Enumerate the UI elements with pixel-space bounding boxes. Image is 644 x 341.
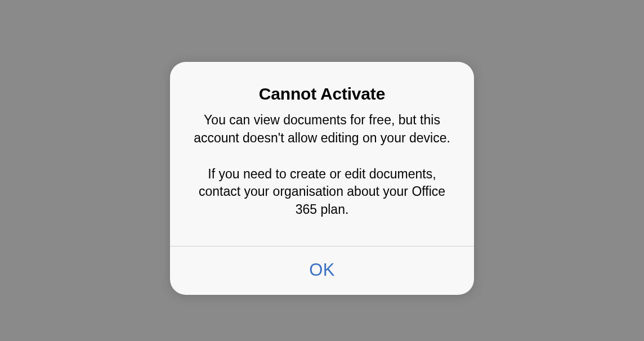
dialog-body: You can view documents for free, but thi…: [187, 111, 457, 219]
dialog-footer: OK: [170, 246, 474, 295]
alert-dialog: Cannot Activate You can view documents f…: [170, 62, 474, 295]
dialog-message-2: If you need to create or edit documents,…: [187, 165, 457, 219]
dialog-message-1: You can view documents for free, but thi…: [187, 111, 457, 147]
dialog-title: Cannot Activate: [187, 84, 457, 104]
ok-button[interactable]: OK: [170, 246, 474, 295]
dialog-content: Cannot Activate You can view documents f…: [170, 62, 474, 246]
